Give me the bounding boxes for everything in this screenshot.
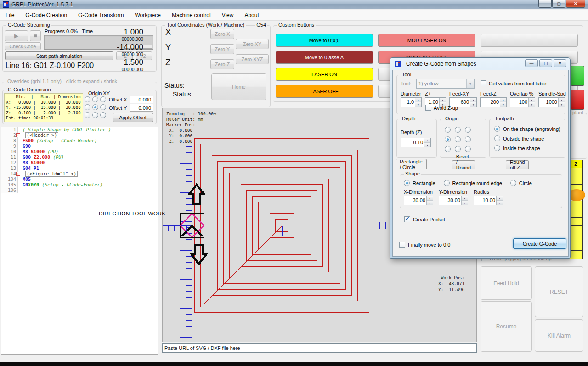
origin-radio-3[interactable] xyxy=(445,136,451,142)
diameter-input[interactable]: 1.0▲▼ xyxy=(401,97,422,107)
stop-button[interactable]: ■ xyxy=(30,30,41,41)
origin-radio-4[interactable] xyxy=(92,104,98,110)
create-gcode-button[interactable]: Create G-Code xyxy=(513,238,566,249)
origin-radio-6[interactable] xyxy=(85,112,90,118)
spin-down-icon[interactable]: ▼ xyxy=(500,102,506,107)
spin-up-icon[interactable]: ▲ xyxy=(462,196,468,201)
menu-about[interactable]: About xyxy=(239,11,264,20)
z-strip-cell[interactable] xyxy=(569,226,583,234)
minimize-icon[interactable]: — xyxy=(538,0,552,8)
avoid-zup-checkbox[interactable] xyxy=(425,105,431,111)
spin-down-icon[interactable]: ▼ xyxy=(427,201,433,205)
menu-file[interactable]: File xyxy=(0,11,20,20)
origin-radio-6[interactable] xyxy=(445,146,451,152)
dialog-title-bar[interactable]: Create G-Code from Shapes — ▢ ✕ xyxy=(390,58,570,70)
check-code-button[interactable]: Check Code xyxy=(5,42,41,50)
shape-rectangle[interactable]: Rectangle xyxy=(404,180,435,186)
custom-button-laser-on[interactable]: LASER ON xyxy=(276,68,373,81)
origin-radio-8[interactable] xyxy=(465,146,471,152)
origin-radio-4[interactable] xyxy=(455,136,461,142)
create-pocket-checkbox[interactable] xyxy=(404,216,410,222)
spin-up-icon[interactable]: ▲ xyxy=(559,98,565,102)
custom-button-mod-laser-on[interactable]: MOD LASER ON xyxy=(378,34,475,47)
origin-radio-1[interactable] xyxy=(455,127,461,133)
feed-hold-button[interactable]: Feed Hold xyxy=(481,266,532,300)
z-strip-cell[interactable] xyxy=(569,168,583,176)
custom-button-laser-off[interactable]: LASER OFF xyxy=(276,85,373,98)
spin-down-icon[interactable]: ▼ xyxy=(462,201,468,205)
menu-g-code-transform[interactable]: G-Code Transform xyxy=(73,11,129,20)
spin-up-icon[interactable]: ▲ xyxy=(470,98,476,102)
close-icon[interactable]: ✕ xyxy=(566,0,585,8)
spin-down-icon[interactable]: ▼ xyxy=(470,102,476,107)
z-strip-cell[interactable] xyxy=(569,234,583,242)
shape-rectangle-round-edge-radio[interactable] xyxy=(444,180,450,186)
spindle-spd-input[interactable]: 1000▲▼ xyxy=(538,97,565,107)
z-strip-header[interactable]: Z xyxy=(569,160,583,168)
spin-down-icon[interactable]: ▼ xyxy=(424,143,430,147)
zero-xyz-button[interactable]: Zero XYZ xyxy=(236,54,269,64)
toolpath-inside-the-shape-radio[interactable] xyxy=(494,145,500,151)
tab-rectangle-circle[interactable]: Rectangle / Circle xyxy=(396,159,427,169)
origin-radio-0[interactable] xyxy=(445,127,451,133)
spin-up-icon[interactable]: ▲ xyxy=(529,98,535,102)
origin-radio-3[interactable] xyxy=(85,104,90,110)
folded-block[interactable]: (<Figure Id="1" >) xyxy=(25,171,78,177)
spin-up-icon[interactable]: ▲ xyxy=(497,196,503,201)
jog-red-button-fragment[interactable] xyxy=(571,90,584,110)
spin-down-icon[interactable]: ▼ xyxy=(559,102,565,107)
kill-alarm-button[interactable]: Kill Alarm xyxy=(535,319,583,352)
gcode-editor[interactable]: 1( Simple Shape by GRBL-Plotter )2+(<Hea… xyxy=(1,127,158,355)
origin-radio-7[interactable] xyxy=(455,146,461,152)
start-simulation-button[interactable]: Start path simulation xyxy=(5,51,113,60)
z-strip-cell[interactable] xyxy=(569,176,583,185)
shape-circle-radio[interactable] xyxy=(510,180,516,186)
tool-select[interactable]: 1) yellow ▼ xyxy=(416,79,475,89)
origin-radio-5[interactable] xyxy=(100,104,106,110)
fold-expand-icon[interactable]: + xyxy=(16,172,20,176)
zero-xy-button[interactable]: Zero XY xyxy=(236,39,269,49)
svg-url-input[interactable] xyxy=(162,343,477,353)
apply-offset-button[interactable]: Apply Offset xyxy=(113,113,153,122)
toolpath-on-the-shape-engraving-radio[interactable] xyxy=(494,126,500,132)
zero-z-button[interactable]: Zero Z xyxy=(210,59,234,69)
taskbar[interactable] xyxy=(0,362,588,366)
zero-y-button[interactable]: Zero Y xyxy=(210,44,234,54)
folded-block[interactable]: (<Header >) xyxy=(25,132,58,138)
zero-x-button[interactable]: Zero X xyxy=(210,29,234,39)
resume-button[interactable]: Resume xyxy=(481,301,532,352)
dialog-minimize-icon[interactable]: — xyxy=(525,59,538,67)
spin-up-icon[interactable]: ▲ xyxy=(415,98,421,102)
toolpath-on-the-shape-engraving[interactable]: On the shape (engraving) xyxy=(494,126,560,132)
spin-down-icon[interactable]: ▼ xyxy=(497,201,503,205)
toolpath-outside-the-shape[interactable]: Outside the shape xyxy=(494,135,560,141)
menu-workpiece[interactable]: Workpiece xyxy=(129,11,166,20)
play-button[interactable]: ▶ xyxy=(5,30,28,41)
spin-up-icon[interactable]: ▲ xyxy=(424,138,430,143)
z-strip-cell[interactable] xyxy=(569,201,583,209)
spin-up-icon[interactable]: ▲ xyxy=(500,98,506,102)
origin-radio-7[interactable] xyxy=(92,112,98,118)
origin-radio-8[interactable] xyxy=(100,112,106,118)
feed-z-input[interactable]: 200▲▼ xyxy=(480,97,507,107)
shape-rectangle-round-edge[interactable]: Rectangle round edge xyxy=(444,180,502,186)
origin-radio-5[interactable] xyxy=(465,136,471,142)
shape-rectangle-radio[interactable] xyxy=(404,180,410,186)
get-values-checkbox[interactable] xyxy=(481,80,486,86)
origin-radio-0[interactable] xyxy=(85,96,90,102)
offset-x-input[interactable] xyxy=(130,96,153,103)
custom-button-empty[interactable] xyxy=(481,34,578,47)
custom-button-move-to-0-0-0[interactable]: Move to 0;0;0 xyxy=(276,34,373,47)
x-dimension-input[interactable]: 30.00▲▼ xyxy=(404,196,433,205)
z-strip-cell[interactable] xyxy=(569,251,583,259)
overrides-label[interactable]: Overrides (grbl 1.1 only) - click to exp… xyxy=(6,79,119,84)
z-strip-cell[interactable] xyxy=(569,209,583,218)
spin-down-icon[interactable]: ▼ xyxy=(415,102,421,107)
tab-round-off-z[interactable]: Round off Z xyxy=(506,160,529,169)
toolpath-outside-the-shape-radio[interactable] xyxy=(494,135,500,141)
fold-expand-icon[interactable]: + xyxy=(16,133,20,137)
menu-machine-control[interactable]: Machine control xyxy=(166,11,216,20)
origin-radio-2[interactable] xyxy=(465,127,471,133)
overlap-input[interactable]: 100▲▼ xyxy=(510,97,535,107)
spin-down-icon[interactable]: ▼ xyxy=(529,102,535,107)
